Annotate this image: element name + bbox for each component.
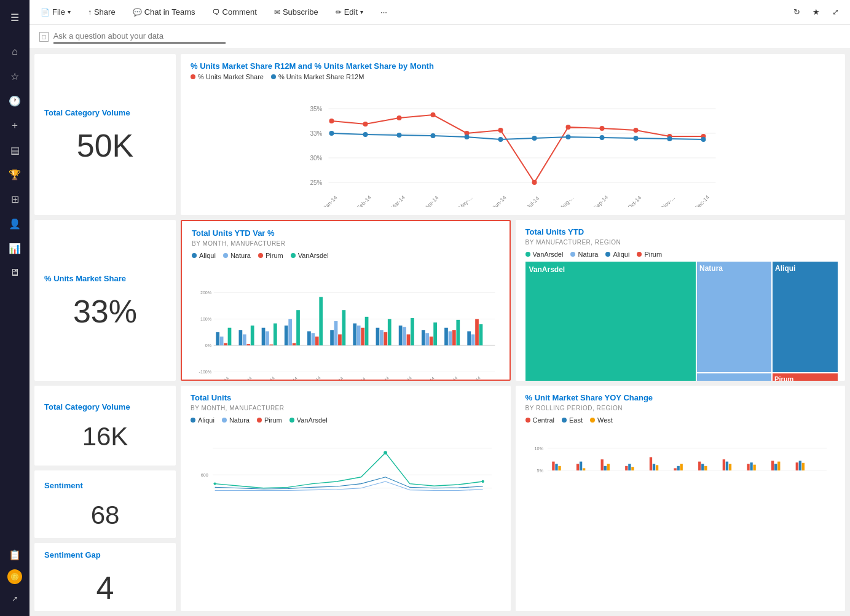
svg-rect-73 <box>330 330 334 345</box>
ytd-var-subtitle: BY MONTH, MANUFACTURER <box>192 240 500 247</box>
legend-central-yoy: Central <box>525 416 554 424</box>
edit-icon: ✏ <box>336 8 342 17</box>
svg-rect-68 <box>296 310 300 345</box>
sidebar-metrics[interactable]: 📊 <box>5 238 25 258</box>
svg-rect-61 <box>262 328 266 346</box>
units-market-share-title: % Units Market Share <box>44 274 166 283</box>
expand-button[interactable]: ⤢ <box>828 5 843 19</box>
svg-rect-91 <box>430 337 433 345</box>
svg-text:Jan-14: Jan-14 <box>218 376 229 381</box>
star-icon: ★ <box>813 7 820 17</box>
sidebar-apps[interactable]: ⊞ <box>5 189 25 209</box>
svg-rect-83 <box>384 332 387 345</box>
star-button[interactable]: ★ <box>809 5 824 19</box>
svg-rect-129 <box>674 468 676 470</box>
chat-button[interactable]: 💬 Chat in Teams <box>129 5 199 19</box>
svg-rect-100 <box>479 324 483 345</box>
sidebar-favorites[interactable]: ☆ <box>5 66 25 86</box>
sidebar-people[interactable]: 👤 <box>5 214 25 233</box>
subscribe-button[interactable]: ✉ Subscribe <box>270 5 322 19</box>
legend-dot-pirum-t <box>637 252 642 257</box>
sidebar-coin[interactable]: 🪙 <box>7 569 22 584</box>
sidebar-hamburger[interactable]: ☰ <box>5 7 25 27</box>
legend-natura-treemap: Natura <box>570 251 598 258</box>
svg-rect-76 <box>342 310 346 345</box>
more-button[interactable]: ··· <box>377 5 391 19</box>
sentiment-gap-value: 4 <box>44 572 166 604</box>
svg-point-13 <box>498 128 503 133</box>
line-chart-svg: 35% 33% 30% 25% <box>191 84 835 207</box>
svg-point-117 <box>213 482 216 485</box>
legend-dot-aliqui <box>192 253 197 258</box>
svg-rect-72 <box>319 297 323 346</box>
ytd-treemap-legend: VanArsdel Natura Aliqui Pirum <box>525 251 836 258</box>
refresh-button[interactable]: ↻ <box>790 5 804 19</box>
edit-label: Edit <box>344 7 358 17</box>
svg-text:30%: 30% <box>310 155 322 162</box>
units-market-share-value: 33% <box>44 295 166 327</box>
sidebar-recent[interactable]: 🕐 <box>5 91 25 111</box>
svg-rect-148 <box>607 464 609 470</box>
sidebar-learn[interactable]: 📋 <box>5 545 25 564</box>
svg-rect-84 <box>388 319 392 345</box>
search-input[interactable] <box>53 31 226 41</box>
share-label: Share <box>94 7 116 17</box>
svg-point-23 <box>431 133 436 138</box>
svg-rect-149 <box>631 467 634 470</box>
svg-point-26 <box>532 136 537 141</box>
svg-rect-85 <box>399 326 403 345</box>
svg-text:Mar-14: Mar-14 <box>264 375 276 381</box>
svg-rect-142 <box>725 462 728 470</box>
svg-rect-81 <box>376 328 380 346</box>
svg-rect-75 <box>338 334 342 345</box>
svg-text:Sep-14: Sep-14 <box>400 375 413 381</box>
svg-rect-130 <box>698 462 701 470</box>
file-button[interactable]: 📄 File ▾ <box>37 5 74 19</box>
share-button[interactable]: ↑ Share <box>84 5 119 19</box>
legend-dot-vanarsdel <box>291 253 296 258</box>
ytd-var-card: Total Units YTD Var % BY MONTH, MANUFACT… <box>181 220 511 381</box>
svg-text:Jun-14: Jun-14 <box>332 376 344 381</box>
sidebar-expand-arrow[interactable]: ↗ <box>5 589 25 609</box>
yoy-change-subtitle: BY ROLLING PERIOD, REGION <box>525 405 836 411</box>
svg-text:Dec-14: Dec-14 <box>694 194 711 207</box>
sidebar-goals[interactable]: 🏆 <box>5 165 25 184</box>
comment-button[interactable]: 🗨 Comment <box>209 5 261 19</box>
svg-rect-141 <box>701 464 704 470</box>
sidebar-create[interactable]: ＋ <box>5 115 25 135</box>
svg-rect-66 <box>288 319 292 345</box>
svg-rect-150 <box>655 465 658 470</box>
svg-rect-152 <box>704 466 707 470</box>
svg-rect-154 <box>753 465 755 470</box>
sidebar-monitor[interactable]: 🖥 <box>5 263 25 283</box>
sentiment-title: Sentiment <box>44 481 166 490</box>
svg-rect-132 <box>747 464 749 470</box>
svg-rect-67 <box>293 343 296 346</box>
svg-point-30 <box>667 136 672 141</box>
legend-label-aliqui: Aliqui <box>199 252 216 259</box>
legend-vanarsdel-ytd: VanArsdel <box>291 252 329 259</box>
legend-dot-natura-t <box>570 252 575 257</box>
legend-dot-pirum <box>258 253 263 258</box>
treemap-grid: VanArsdel Central Natura Aliqui Central <box>525 262 836 381</box>
expand-icon: ⤢ <box>832 7 839 17</box>
svg-rect-55 <box>224 343 227 346</box>
svg-rect-99 <box>475 319 479 345</box>
share-icon: ↑ <box>88 8 92 17</box>
svg-text:Jul-14: Jul-14 <box>525 195 540 207</box>
svg-rect-144 <box>774 464 777 470</box>
legend-dot-red <box>191 74 195 79</box>
units-month-svg: 600 <box>191 427 501 513</box>
sidebar-data[interactable]: ▤ <box>5 140 25 160</box>
sentiment-card: Sentiment 68 <box>34 470 176 538</box>
yoy-svg: 10% 5% <box>525 427 836 513</box>
edit-button[interactable]: ✏ Edit ▾ <box>332 5 367 19</box>
legend-natura-m: Natura <box>222 416 250 424</box>
legend-label-blue: % Units Market Share R12M <box>278 73 364 80</box>
file-chevron: ▾ <box>68 9 71 15</box>
svg-point-20 <box>329 131 334 136</box>
total-category-volume-card-2: Total Category Volume 16K <box>34 386 176 466</box>
sidebar-home[interactable]: ⌂ <box>5 42 25 61</box>
svg-rect-78 <box>357 326 361 345</box>
svg-text:May-14: May-14 <box>309 375 322 381</box>
